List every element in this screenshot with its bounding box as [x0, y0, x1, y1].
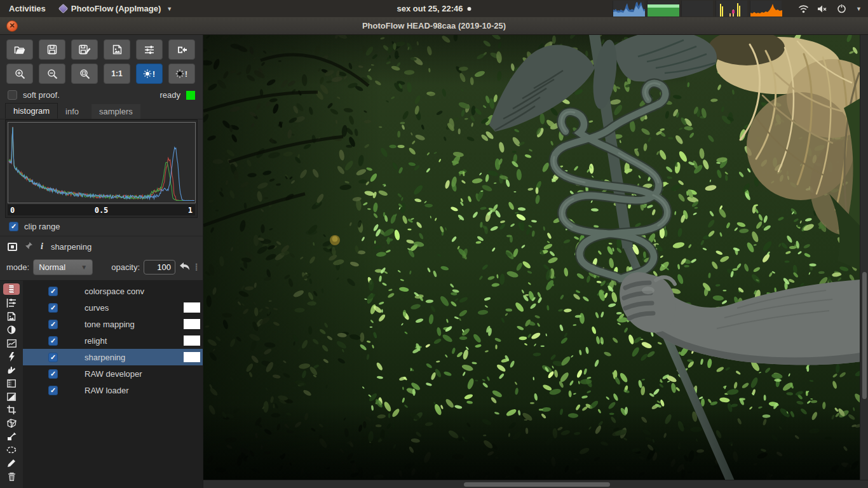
layer-name: curves — [85, 303, 109, 313]
open-file-button[interactable] — [6, 39, 33, 60]
scale-tool-icon[interactable] — [3, 430, 20, 443]
clock-button[interactable]: sex out 25, 22:46 — [397, 4, 471, 13]
zoom-out-button[interactable] — [39, 64, 65, 84]
statue-arm — [620, 272, 860, 365]
layer-name: RAW developer — [85, 369, 142, 379]
notification-dot-icon — [468, 7, 471, 11]
layers-area: ✓colorspace conv✓curves✓tone mapping✓rel… — [0, 280, 203, 488]
app-menu-button[interactable]: PhotoFlow (AppImage) ▼ — [60, 4, 172, 13]
tab-histogram[interactable]: histogram — [5, 103, 58, 119]
vertical-scrollbar[interactable] — [860, 35, 868, 480]
wifi-icon[interactable] — [798, 4, 809, 13]
layer-list: ✓colorspace conv✓curves✓tone mapping✓rel… — [23, 281, 203, 488]
draw-tool-icon[interactable] — [3, 457, 20, 470]
layer-row-colorspace-conv[interactable]: ✓colorspace conv — [23, 283, 203, 299]
shadow-clip-warning-button[interactable]: ! — [168, 64, 195, 84]
layer-visible-checkbox[interactable]: ✓ — [48, 320, 58, 329]
save-as-button[interactable] — [71, 39, 98, 60]
layer-name: RAW loader — [85, 386, 129, 395]
layer-preview-thumbnail[interactable] — [184, 319, 200, 329]
window-titlebar[interactable]: ✕ PhotoFlow HEAD-98caa (2019-10-25) — [0, 17, 868, 35]
ready-indicator — [186, 91, 195, 100]
layer-preview-thumbnail[interactable] — [184, 302, 200, 313]
zoom-100-button[interactable]: 1:1 — [104, 64, 130, 84]
layer-row-raw-developer[interactable]: ✓RAW developer — [23, 365, 203, 382]
layer-visible-checkbox[interactable]: ✓ — [48, 386, 58, 395]
photo-image[interactable] — [203, 35, 860, 480]
layer-name: sharpening — [85, 353, 125, 362]
layer-visible-checkbox[interactable]: ✓ — [48, 369, 58, 379]
system-top-bar: Activities PhotoFlow (AppImage) ▼ sex ou… — [0, 0, 868, 17]
layer-row-raw-loader[interactable]: ✓RAW loader — [23, 382, 203, 398]
layer-visible-checkbox[interactable]: ✓ — [48, 336, 58, 346]
crop-tool-icon[interactable] — [3, 403, 20, 416]
pin-icon[interactable] — [25, 241, 33, 252]
save-button[interactable] — [39, 39, 65, 60]
svg-text:!: ! — [153, 70, 155, 79]
layer-preview-toggle-icon[interactable] — [8, 243, 17, 251]
tab-samplers[interactable]: samplers — [92, 104, 140, 119]
sliders-icon — [144, 45, 154, 55]
undo-icon[interactable] — [179, 262, 190, 273]
lightning-tool-icon[interactable] — [3, 350, 20, 363]
image-tool-icon[interactable] — [3, 310, 20, 323]
panel-drag-handle[interactable]: •••• — [194, 264, 199, 271]
window-title: PhotoFlow HEAD-98caa (2019-10-25) — [362, 21, 506, 30]
memory-graph-indicator[interactable] — [647, 1, 679, 17]
volume-muted-icon[interactable] — [817, 4, 829, 13]
trash-tool-icon[interactable] — [3, 470, 20, 483]
network-graph-indicator[interactable] — [750, 1, 782, 17]
blank-graph-indicator[interactable] — [681, 1, 713, 17]
layer-visible-checkbox[interactable]: ✓ — [48, 303, 58, 313]
layer-row-tone-mapping[interactable]: ✓tone mapping — [23, 316, 203, 332]
layer-preview-thumbnail[interactable] — [184, 352, 200, 362]
halftone-tool-icon[interactable] — [3, 377, 20, 390]
zoom-in-button[interactable] — [6, 64, 33, 84]
system-menu-chevron-icon[interactable]: ▼ — [856, 6, 862, 12]
layers-tool-icon[interactable] — [3, 283, 20, 295]
activities-button[interactable]: Activities — [9, 4, 46, 13]
opacity-label: opacity: — [111, 262, 140, 272]
save-icon — [47, 44, 57, 55]
horizontal-scrollbar-thumb[interactable] — [464, 482, 610, 487]
layer-row-curves[interactable]: ✓curves — [23, 299, 203, 316]
tab-info[interactable]: info — [58, 104, 86, 119]
vertical-scrollbar-thumb[interactable] — [862, 272, 867, 399]
export-image-button[interactable] — [104, 39, 130, 60]
highlight-warning-icon: ! — [143, 69, 156, 79]
cpu-graph-indicator[interactable] — [613, 1, 644, 17]
layer-row-relight[interactable]: ✓relight — [23, 332, 203, 349]
curve-tool-icon[interactable] — [3, 337, 20, 349]
contrast-tool-icon[interactable] — [3, 323, 20, 336]
left-panel: 1:1 ! ! soft proof. ready histogram info… — [0, 35, 203, 488]
horizontal-scrollbar[interactable] — [203, 480, 868, 488]
folder-open-icon — [14, 45, 25, 55]
clock-label: sex out 25, 22:46 — [397, 4, 463, 13]
axis-mid-label: 0.5 — [95, 206, 109, 215]
info-icon[interactable]: i — [41, 241, 43, 252]
layer-preview-thumbnail[interactable] — [184, 336, 200, 346]
zoom-fit-button[interactable] — [71, 64, 98, 84]
chevron-down-icon: ▼ — [166, 6, 172, 12]
soft-proof-checkbox[interactable] — [8, 90, 17, 100]
disk-graph-indicator[interactable] — [715, 1, 747, 17]
gradient-tool-icon[interactable] — [3, 390, 20, 403]
opacity-input[interactable]: 100 — [144, 260, 175, 274]
ellipse-tool-icon[interactable] — [3, 444, 20, 456]
perspective-tool-icon[interactable] — [3, 417, 20, 430]
adjustments-tool-icon[interactable] — [3, 297, 20, 309]
power-icon[interactable] — [837, 4, 846, 13]
export-button[interactable] — [168, 39, 195, 60]
window-close-button[interactable]: ✕ — [6, 20, 18, 32]
layer-row-sharpening[interactable]: ✓sharpening — [23, 349, 203, 365]
zoom-in-icon — [15, 69, 25, 79]
mode-row: mode: Normal ▼ opacity: 100 •••• — [0, 255, 203, 280]
highlight-clip-warning-button[interactable]: ! — [136, 64, 163, 84]
settings-button[interactable] — [136, 39, 163, 60]
image-canvas-area[interactable] — [203, 35, 868, 488]
clip-range-checkbox[interactable]: ✓ — [9, 222, 18, 231]
layer-visible-checkbox[interactable]: ✓ — [48, 353, 58, 362]
warp-tool-icon[interactable] — [3, 363, 20, 376]
layer-visible-checkbox[interactable]: ✓ — [48, 287, 58, 296]
blend-mode-dropdown[interactable]: Normal ▼ — [33, 259, 93, 275]
